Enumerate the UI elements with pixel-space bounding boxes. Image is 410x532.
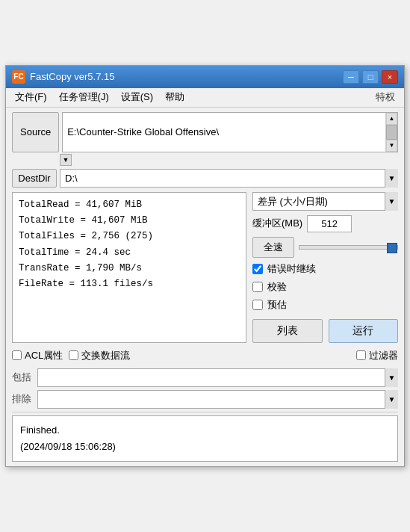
source-row: Source E:\Counter-Strike Global Offensiv…	[12, 112, 398, 152]
main-content: Source E:\Counter-Strike Global Offensiv…	[6, 108, 404, 466]
mode-select-row: 差异 (大小/日期)完全复制移动 ▼	[252, 192, 398, 211]
buffer-label: 缓冲区(MB)	[252, 217, 302, 230]
speed-slider-thumb	[387, 243, 397, 253]
menu-bar: 文件(F) 任务管理(J) 设置(S) 帮助 特权	[6, 88, 404, 108]
filter-label: 过滤器	[369, 349, 398, 362]
exchange-checkbox[interactable]	[69, 350, 78, 360]
source-scroll-thumb	[386, 125, 397, 140]
app-window: FC FastCopy ver5.7.15 ─ □ × 文件(F) 任务管理(J…	[5, 65, 405, 467]
source-path-area: E:\Counter-Strike Global Offensive\ ▲ ▼	[62, 112, 398, 152]
acl-label: ACL属性	[25, 349, 63, 362]
separator	[12, 412, 398, 412]
status-line1: Finished.	[20, 422, 390, 439]
source-scroll-down[interactable]: ▼	[386, 140, 397, 152]
full-speed-button[interactable]: 全速	[252, 237, 294, 258]
bottom-controls: ACL属性 交换数据流 过滤器	[12, 349, 398, 362]
stat-line-5: FileRate = 113.1 files/s	[19, 276, 240, 292]
run-button[interactable]: 运行	[329, 319, 399, 343]
destdir-select-wrapper: D:\ ▼	[60, 169, 398, 188]
window-controls: ─ □ ×	[343, 70, 398, 84]
stat-line-3: TotalTime = 24.4 sec	[19, 245, 240, 261]
buffer-row: 缓冲区(MB)	[252, 215, 398, 232]
estimate-label: 预估	[267, 298, 287, 312]
exclude-label: 排除	[12, 392, 33, 406]
exclude-select[interactable]	[37, 390, 398, 409]
exchange-row: 交换数据流	[69, 349, 130, 362]
buffer-input[interactable]	[307, 215, 352, 232]
menu-privilege[interactable]: 特权	[370, 88, 401, 106]
acl-row: ACL属性	[12, 349, 63, 362]
destdir-select[interactable]: D:\	[60, 169, 398, 188]
include-label: 包括	[12, 371, 33, 384]
exclude-select-wrapper: ▼	[37, 390, 398, 409]
source-down-arrow[interactable]: ▼	[60, 154, 72, 166]
include-row: 包括 ▼	[12, 368, 398, 387]
app-icon: FC	[12, 70, 25, 84]
action-row: 列表 运行	[252, 319, 398, 343]
speed-row: 全速	[252, 237, 398, 258]
close-button[interactable]: ×	[382, 70, 398, 84]
exchange-label: 交换数据流	[81, 349, 130, 362]
verify-checkbox[interactable]	[252, 282, 263, 292]
continue-on-error-checkbox[interactable]	[252, 264, 263, 274]
source-scroll-up[interactable]: ▲	[386, 113, 397, 125]
mode-select[interactable]: 差异 (大小/日期)完全复制移动	[252, 192, 398, 211]
stats-panel: TotalRead = 41,607 MiB TotalWrite = 41,6…	[12, 192, 246, 343]
stat-line-1: TotalWrite = 41,607 MiB	[19, 213, 240, 229]
stat-line-2: TotalFiles = 2,756 (275)	[19, 229, 240, 244]
menu-help[interactable]: 帮助	[159, 88, 190, 106]
stat-line-4: TransRate = 1,790 MB/s	[19, 261, 240, 276]
estimate-checkbox[interactable]	[252, 300, 263, 310]
source-scroll-track	[386, 125, 397, 140]
estimate-row: 预估	[252, 298, 398, 312]
source-button[interactable]: Source	[12, 112, 59, 152]
minimize-button[interactable]: ─	[343, 70, 359, 84]
source-path-text: E:\Counter-Strike Global Offensive\	[63, 113, 385, 152]
stat-line-0: TotalRead = 41,607 MiB	[19, 197, 240, 213]
source-path-value: E:\Counter-Strike Global Offensive\	[67, 126, 381, 139]
filter-checkbox[interactable]	[356, 350, 366, 360]
continue-on-error-row: 错误时继续	[252, 262, 398, 276]
speed-slider[interactable]	[299, 245, 398, 250]
destdir-button[interactable]: DestDir	[12, 169, 57, 188]
menu-task[interactable]: 任务管理(J)	[53, 88, 115, 106]
status-panel: Finished. (2024/09/18 15:06:28)	[12, 415, 398, 462]
mode-select-wrapper: 差异 (大小/日期)完全复制移动 ▼	[252, 192, 398, 211]
list-button[interactable]: 列表	[252, 319, 323, 343]
menu-file[interactable]: 文件(F)	[9, 88, 53, 106]
acl-checkbox[interactable]	[12, 350, 22, 360]
title-bar: FC FastCopy ver5.7.15 ─ □ ×	[6, 66, 404, 88]
filter-row: 过滤器	[356, 349, 398, 362]
include-select[interactable]	[37, 368, 398, 387]
window-title: FastCopy ver5.7.15	[30, 71, 343, 82]
right-panel: 差异 (大小/日期)完全复制移动 ▼ 缓冲区(MB) 全速	[252, 192, 398, 343]
main-area: TotalRead = 41,607 MiB TotalWrite = 41,6…	[12, 192, 398, 343]
status-line2: (2024/09/18 15:06:28)	[20, 439, 390, 455]
verify-row: 校验	[252, 280, 398, 294]
continue-on-error-label: 错误时继续	[267, 262, 316, 276]
maximize-button[interactable]: □	[362, 70, 379, 84]
source-scrollbar: ▲ ▼	[385, 113, 397, 152]
menu-settings[interactable]: 设置(S)	[115, 88, 159, 106]
destdir-row: DestDir D:\ ▼	[12, 169, 398, 188]
include-select-wrapper: ▼	[37, 368, 398, 387]
verify-label: 校验	[267, 280, 287, 294]
exclude-row: 排除 ▼	[12, 390, 398, 409]
